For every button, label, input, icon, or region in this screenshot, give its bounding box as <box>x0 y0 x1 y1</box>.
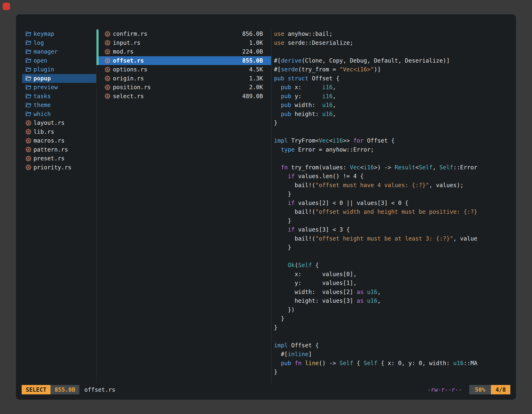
code-line: #[inline] <box>274 350 516 359</box>
preview-pane: use anyhow::bail;use serde::Deserialize;… <box>272 29 516 383</box>
code-line: Ok(Self { <box>274 261 516 270</box>
code-line: } <box>274 323 516 332</box>
file-row-origin.rs[interactable]: Rorigin.rs1.3K <box>96 74 271 83</box>
file-permissions: -rw-r--r-- <box>427 386 462 393</box>
rust-file-icon: R <box>25 164 32 171</box>
sidebar-item-pattern.rs[interactable]: Rpattern.rs <box>22 145 96 154</box>
sidebar-item-popup[interactable]: popup <box>22 74 96 83</box>
mode-badge: SELECT <box>22 385 50 394</box>
svg-text:R: R <box>107 77 108 80</box>
sidebar-item-log[interactable]: log <box>22 39 96 48</box>
code-line: }) <box>274 305 516 314</box>
folder-open-icon <box>25 39 32 46</box>
selection-marker <box>96 39 99 48</box>
svg-text:R: R <box>107 86 108 89</box>
file-manager-panes: keymaplogmanageropenpluginpopuppreviewta… <box>16 29 516 383</box>
code-line: width: values[2] as u16, <box>274 288 516 297</box>
svg-text:R: R <box>107 68 108 71</box>
sidebar-item-keymap[interactable]: keymap <box>22 29 96 39</box>
code-line: pub y: i16, <box>274 92 516 101</box>
rust-file-icon: R <box>25 137 32 144</box>
folder-open-icon <box>25 66 32 73</box>
svg-text:R: R <box>28 166 29 169</box>
file-name: select.rs <box>113 93 240 100</box>
file-row-input.rs[interactable]: Rinput.rs1.0K <box>96 39 271 48</box>
folder-open-icon <box>25 111 32 117</box>
status-filename: offset.rs <box>84 386 115 393</box>
cursor-position-badge: 4/8 <box>491 385 510 394</box>
rust-file-icon: R <box>25 155 32 162</box>
svg-text:R: R <box>28 130 29 133</box>
code-line: #[derive(Clone, Copy, Debug, Default, De… <box>274 56 516 65</box>
code-line: fn try_from(values: Vec<i16>) -> Result<… <box>274 163 516 172</box>
file-name: input.rs <box>113 39 247 46</box>
folder-open-icon <box>25 75 32 82</box>
rust-file-icon: R <box>104 57 111 64</box>
svg-text:R: R <box>28 139 29 142</box>
file-size: 224.0B <box>242 48 263 55</box>
code-line: if values.len() != 4 { <box>274 172 516 181</box>
rust-file-icon: R <box>25 146 32 153</box>
rust-file-icon: R <box>104 31 111 37</box>
code-line <box>274 154 516 163</box>
item-label: popup <box>34 75 51 82</box>
code-line: y: values[1], <box>274 279 516 288</box>
sidebar-item-priority.rs[interactable]: Rpriority.rs <box>22 163 96 172</box>
item-label: keymap <box>34 30 54 37</box>
sidebar-item-plugin[interactable]: plugin <box>22 65 96 74</box>
sidebar-item-manager[interactable]: manager <box>22 47 96 56</box>
code-line: pub height: u16, <box>274 110 516 119</box>
svg-text:R: R <box>107 32 108 36</box>
sidebar-item-preset.rs[interactable]: Rpreset.rs <box>22 154 96 163</box>
file-size: 1.3K <box>249 75 263 82</box>
status-bar: SELECT 855.0B offset.rs -rw-r--r-- 50% 4… <box>16 385 516 394</box>
file-row-select.rs[interactable]: Rselect.rs489.0B <box>96 92 271 101</box>
sidebar-item-open[interactable]: open <box>22 56 96 65</box>
file-row-offset.rs[interactable]: Roffset.rs855.0B <box>96 56 271 65</box>
code-line: use serde::Deserialize; <box>274 39 516 48</box>
file-row-position.rs[interactable]: Rposition.rs2.0K <box>96 83 271 92</box>
code-line: impl Offset { <box>274 341 516 350</box>
file-row-confirm.rs[interactable]: Rconfirm.rs856.0B <box>96 29 271 39</box>
file-name: origin.rs <box>113 75 247 82</box>
svg-text:R: R <box>107 59 108 62</box>
code-preview: use anyhow::bail;use serde::Deserialize;… <box>274 29 516 376</box>
code-line: impl TryFrom<Vec<i16>> for Offset { <box>274 136 516 145</box>
svg-text:R: R <box>28 157 29 160</box>
file-size-badge: 855.0B <box>50 385 79 394</box>
file-size: 856.0B <box>242 30 263 37</box>
scroll-percent-badge: 50% <box>469 385 491 394</box>
sidebar-item-lib.rs[interactable]: Rlib.rs <box>22 127 96 136</box>
code-line <box>274 47 516 56</box>
rust-file-icon: R <box>25 128 32 135</box>
rust-file-icon: R <box>104 48 111 55</box>
file-row-options.rs[interactable]: Roptions.rs4.5K <box>96 65 271 74</box>
folder-open-icon <box>25 84 32 91</box>
sidebar-item-theme[interactable]: theme <box>22 101 96 110</box>
item-label: lib.rs <box>34 128 54 135</box>
file-row-mod.rs[interactable]: Rmod.rs224.0B <box>96 47 271 56</box>
rust-file-icon: R <box>104 75 111 82</box>
folder-open-icon <box>25 102 32 108</box>
file-name: options.rs <box>113 66 247 73</box>
sidebar-item-tasks[interactable]: tasks <box>22 92 96 101</box>
folder-open-icon <box>25 57 32 64</box>
code-line: bail!("offset width and height must be p… <box>274 207 516 216</box>
item-label: plugin <box>34 66 54 73</box>
code-line <box>274 127 516 136</box>
item-label: preset.rs <box>34 155 65 162</box>
code-line: } <box>274 216 516 225</box>
item-label: open <box>34 57 47 64</box>
sidebar-item-macros.rs[interactable]: Rmacros.rs <box>22 136 96 145</box>
sidebar-item-preview[interactable]: preview <box>22 83 96 92</box>
file-size: 2.0K <box>249 84 263 91</box>
svg-text:R: R <box>28 122 29 125</box>
sidebar-item-layout.rs[interactable]: Rlayout.rs <box>22 118 96 127</box>
item-label: manager <box>34 48 58 55</box>
rust-file-icon: R <box>104 66 111 73</box>
sidebar-item-which[interactable]: which <box>22 110 96 119</box>
current-pane: Rconfirm.rs856.0BRinput.rs1.0KRmod.rs224… <box>96 29 272 383</box>
file-name: mod.rs <box>113 48 240 55</box>
item-label: tasks <box>34 93 51 100</box>
file-name: offset.rs <box>113 57 240 64</box>
